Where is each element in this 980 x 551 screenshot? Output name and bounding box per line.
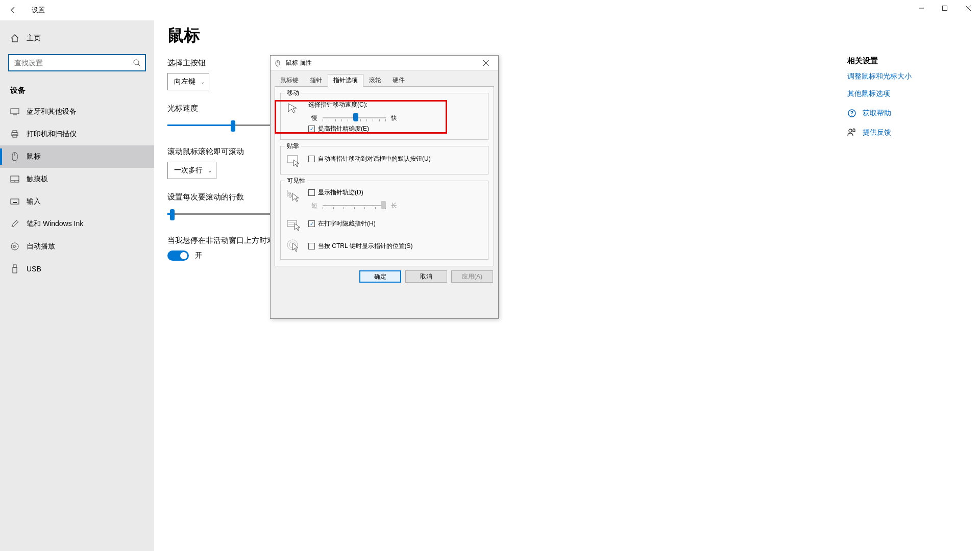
page-title: 鼠标 (167, 24, 960, 47)
dialog-titlebar[interactable]: 鼠标 属性 (271, 56, 498, 71)
group-title: 贴靠 (285, 142, 301, 151)
svg-line-5 (138, 64, 140, 66)
checkbox-label: 当按 CTRL 键时显示指针的位置(S) (318, 242, 413, 251)
help-label: 获取帮助 (863, 109, 891, 118)
dialog-close-button[interactable] (477, 57, 495, 69)
search-icon (133, 59, 141, 67)
hide-typing-checkbox[interactable]: ✓ 在打字时隐藏指针(H) (308, 219, 483, 228)
devices-icon (10, 108, 19, 115)
pointer-trails-checkbox[interactable]: 显示指针轨迹(D) (308, 188, 483, 197)
fast-label: 快 (391, 114, 397, 122)
help-icon (847, 109, 856, 118)
svg-point-21 (11, 243, 18, 250)
tab-buttons[interactable]: 鼠标键 (275, 74, 304, 87)
group-title: 移动 (285, 89, 301, 97)
checkbox-icon (308, 243, 315, 249)
group-visibility: 可见性 显示指针轨迹(D) 短 长 (280, 181, 488, 260)
checkbox-label: 显示指针轨迹(D) (318, 188, 363, 197)
mouse-properties-dialog: 鼠标 属性 鼠标键 指针 指针选项 滚轮 硬件 移动 选择指针移动速度(C): … (270, 55, 499, 319)
related-settings: 相关设置 调整鼠标和光标大小 其他鼠标选项 获取帮助 提供反馈 (847, 56, 960, 137)
sidebar-item-printers[interactable]: 打印机和扫描仪 (0, 123, 154, 145)
checkbox-checked-icon: ✓ (308, 220, 315, 227)
pen-icon (10, 220, 19, 228)
group-snap: 贴靠 自动将指针移动到对话框中的默认按钮(U) (280, 146, 488, 174)
trails-length-slider: 短 长 (308, 201, 483, 210)
dialog-title: 鼠标 属性 (286, 59, 312, 67)
short-label: 短 (311, 202, 317, 210)
sidebar-item-label: 自动播放 (27, 242, 55, 251)
sidebar-item-label: 打印机和扫描仪 (27, 130, 77, 139)
search-box[interactable] (8, 54, 146, 71)
back-button[interactable] (7, 4, 19, 16)
sidebar-item-bluetooth[interactable]: 蓝牙和其他设备 (0, 101, 154, 123)
minimize-button[interactable] (910, 0, 933, 16)
tab-pointers[interactable]: 指针 (304, 74, 328, 87)
svg-rect-16 (11, 199, 19, 204)
sidebar-item-typing[interactable]: 输入 (0, 190, 154, 213)
pointer-speed-label: 选择指针移动速度(C): (308, 101, 483, 109)
section-header: 设备 (0, 77, 154, 101)
sidebar-item-mouse[interactable]: 鼠标 (0, 145, 154, 168)
chevron-down-icon: ⌄ (201, 79, 205, 85)
link-adjust-cursor-size[interactable]: 调整鼠标和光标大小 (847, 72, 960, 81)
sidebar-item-touchpad[interactable]: 触摸板 (0, 168, 154, 190)
checkbox-label: 在打字时隐藏指针(H) (318, 219, 376, 228)
sidebar-item-usb[interactable]: USB (0, 258, 154, 280)
svg-rect-23 (13, 267, 17, 273)
home-nav[interactable]: 主页 (0, 28, 154, 49)
enhance-precision-checkbox[interactable]: ✓ 提高指针精确度(E) (286, 124, 483, 133)
sidebar-item-autoplay[interactable]: 自动播放 (0, 235, 154, 258)
autoplay-icon (10, 242, 19, 251)
search-input[interactable] (14, 59, 133, 67)
svg-rect-8 (13, 131, 17, 133)
dropdown-value: 一次多行 (174, 166, 203, 175)
hover-scroll-toggle[interactable] (167, 251, 189, 261)
primary-button-dropdown[interactable]: 向左键 ⌄ (167, 73, 209, 90)
svg-point-4 (134, 60, 139, 65)
dialog-buttons: 确定 取消 应用(A) (271, 270, 498, 288)
apply-button[interactable]: 应用(A) (451, 270, 493, 283)
svg-point-26 (849, 129, 852, 132)
pointer-trails-icon (286, 188, 301, 203)
home-icon (10, 34, 19, 43)
checkbox-icon (308, 156, 315, 162)
slow-label: 慢 (311, 114, 317, 122)
sidebar-item-pen[interactable]: 笔和 Windows Ink (0, 213, 154, 235)
sidebar-item-label: 输入 (27, 197, 41, 206)
sidebar: 主页 设备 蓝牙和其他设备 打印机和扫描仪 鼠标 触摸板 输入 笔和 Windo… (0, 20, 154, 551)
checkbox-checked-icon: ✓ (308, 126, 315, 132)
titlebar: 设置 (0, 0, 980, 20)
touchpad-icon (10, 176, 19, 183)
toggle-state-label: 开 (195, 251, 202, 260)
svg-rect-6 (11, 109, 19, 114)
window-controls (910, 0, 980, 16)
dialog-body: 移动 选择指针移动速度(C): 慢 快 (275, 86, 494, 266)
ok-button[interactable]: 确定 (359, 270, 401, 283)
scroll-mode-dropdown[interactable]: 一次多行 ⌄ (167, 162, 216, 179)
related-heading: 相关设置 (847, 56, 960, 66)
link-other-mouse-options[interactable]: 其他鼠标选项 (847, 89, 960, 98)
group-motion: 移动 选择指针移动速度(C): 慢 快 (280, 93, 488, 140)
maximize-button[interactable] (933, 0, 957, 16)
sidebar-item-label: 触摸板 (27, 174, 48, 184)
feedback-label: 提供反馈 (863, 128, 891, 137)
feedback-link[interactable]: 提供反馈 (847, 128, 960, 137)
sidebar-item-label: 蓝牙和其他设备 (27, 107, 77, 116)
svg-rect-22 (13, 265, 16, 267)
tab-wheel[interactable]: 滚轮 (363, 74, 387, 87)
checkbox-label: 自动将指针移动到对话框中的默认按钮(U) (318, 155, 431, 163)
dropdown-value: 向左键 (174, 77, 195, 86)
feedback-icon (847, 128, 856, 137)
sidebar-item-label: USB (27, 265, 41, 273)
pointer-speed-slider[interactable]: 慢 快 (308, 113, 483, 122)
close-button[interactable] (957, 0, 980, 16)
window-title: 设置 (32, 6, 45, 15)
checkbox-label: 提高指针精确度(E) (318, 124, 369, 133)
get-help-link[interactable]: 获取帮助 (847, 109, 960, 118)
snap-to-checkbox[interactable]: 自动将指针移动到对话框中的默认按钮(U) (308, 155, 483, 163)
cancel-button[interactable]: 取消 (405, 270, 447, 283)
mouse-icon (10, 152, 19, 161)
tab-pointer-options[interactable]: 指针选项 (328, 74, 363, 87)
ctrl-locate-checkbox[interactable]: 当按 CTRL 键时显示指针的位置(S) (308, 242, 483, 251)
tab-hardware[interactable]: 硬件 (387, 74, 410, 87)
